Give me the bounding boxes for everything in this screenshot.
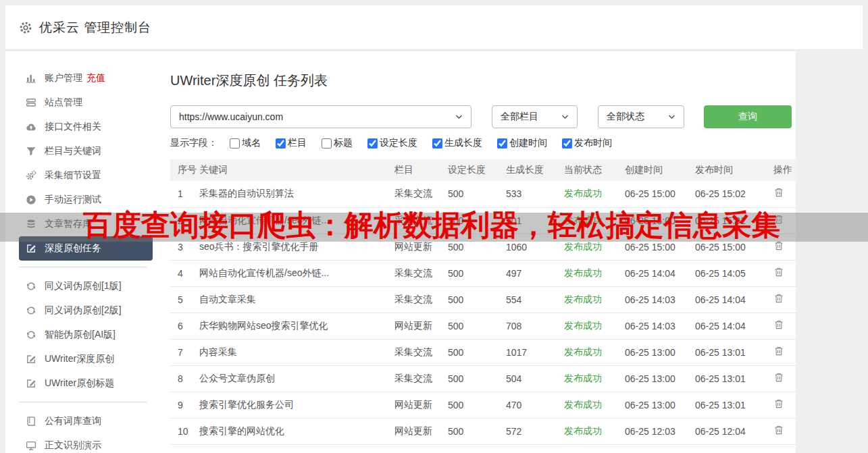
field-checkbox-0[interactable]: 域名: [230, 137, 261, 149]
sidebar-item-manual-test[interactable]: 手动运行测试: [19, 188, 153, 212]
delete-button[interactable]: [773, 240, 787, 254]
sidebar-item-synonym-v1[interactable]: 同义词伪原创[1版]: [19, 274, 153, 298]
trash-icon: [773, 187, 784, 198]
sidebar-item-label: 站点管理: [45, 97, 82, 109]
cell-gen_len: 1060: [506, 234, 564, 260]
refresh-icon: [26, 305, 36, 316]
sidebar-item-label: UWriter原创标题: [45, 377, 114, 390]
field-checkbox-input-0[interactable]: [230, 138, 240, 149]
sidebar-item-account[interactable]: 账户管理 充值: [19, 66, 153, 90]
cell-seq: 5: [170, 286, 199, 313]
sidebar-item-label: 手动运行测试: [45, 194, 101, 206]
sidebar-item-label: 文章暂存库: [45, 218, 92, 230]
refresh-icon: [26, 281, 36, 292]
sidebar-item-columns-keywords[interactable]: 栏目与关键词: [19, 139, 153, 163]
cell-seq: 9: [170, 392, 199, 418]
chevron-down-icon: [455, 114, 463, 119]
cell-column: 采集交流: [394, 339, 448, 365]
field-checkbox-input-2[interactable]: [322, 138, 332, 149]
field-checkbox-input-6[interactable]: [562, 138, 572, 149]
sidebar-item-label: 采集细节设置: [45, 169, 101, 182]
cell-gen_len: 470: [506, 392, 564, 418]
column-header: 发布时间: [695, 159, 773, 181]
cell-status: 发布成功: [564, 339, 625, 365]
field-checkbox-input-1[interactable]: [276, 138, 286, 149]
cell-created: 06-25 15:00: [625, 181, 695, 207]
cell-column: 采集交流: [394, 260, 448, 286]
cell-column: 采集交流: [394, 181, 448, 207]
cell-keyword: 庆华购物网站seo搜索引擎优化: [199, 313, 394, 339]
sidebar-item-label: 接口文件相关: [45, 121, 101, 133]
sidebar-item-label: 深度原创任务: [45, 242, 101, 255]
sidebar-item-interface-files[interactable]: 接口文件相关: [19, 115, 153, 139]
sidebar-item-sites[interactable]: 站点管理: [19, 90, 153, 115]
cell-published: 06-25 14:04: [695, 313, 773, 339]
cell-status: 发布成功: [564, 207, 625, 234]
delete-button[interactable]: [773, 319, 787, 333]
cell-status: 发布成功: [564, 181, 625, 207]
cell-published: 06-25 13:01: [695, 365, 773, 392]
field-checkbox-5[interactable]: 创建时间: [497, 137, 547, 149]
field-checkbox-label: 发布时间: [574, 137, 612, 149]
table-row: 6庆华购物网站seo搜索引擎优化网站更新500708发布成功06-25 14:0…: [170, 313, 797, 339]
cell-created: 06-25 13:00: [625, 365, 695, 392]
delete-button[interactable]: [773, 267, 787, 280]
field-checkbox-3[interactable]: 设定长度: [367, 137, 417, 149]
field-checkbox-label: 标题: [334, 137, 353, 149]
sidebar-item-article-buffer[interactable]: 文章暂存库: [19, 212, 153, 236]
trash-icon: [773, 267, 784, 277]
field-checkbox-4[interactable]: 生成长度: [432, 137, 482, 149]
delete-button[interactable]: [773, 425, 787, 438]
sidebar-item-ai-rewrite[interactable]: 智能伪原创[AI版]: [19, 323, 153, 347]
field-checkbox-input-4[interactable]: [432, 138, 442, 149]
field-checkbox-1[interactable]: 栏目: [276, 137, 307, 149]
cell-created: 06-25 13:00: [625, 339, 695, 365]
status-select[interactable]: 全部状态: [598, 105, 684, 128]
cell-status: 发布成功: [564, 260, 625, 286]
field-checkbox-input-5[interactable]: [497, 138, 507, 149]
column-header: 当前状态: [564, 159, 625, 181]
cell-keyword: 搜索引擎的网站优化: [199, 418, 394, 444]
sidebar-item-public-lexicon[interactable]: 公有词库查询: [19, 409, 153, 433]
cell-column: 网站更新: [394, 234, 448, 260]
delete-button[interactable]: [773, 187, 787, 201]
field-checkbox-label: 设定长度: [380, 137, 417, 149]
sidebar-item-synonym-v2[interactable]: 同义词伪原创[2版]: [19, 298, 153, 323]
sidebar-item-uwriter-deep[interactable]: UWriter深度原创: [19, 347, 153, 371]
monitor-icon: [26, 440, 36, 451]
site-select[interactable]: https://www.ucaiyun.com: [170, 105, 471, 128]
sidebar-item-collect-settings[interactable]: 采集细节设置: [19, 163, 153, 188]
sidebar-divider: [19, 267, 147, 267]
recharge-link[interactable]: 充值: [86, 72, 105, 84]
bar-chart-icon: [26, 73, 36, 84]
cell-set_len: 500: [448, 207, 506, 234]
delete-button[interactable]: [773, 214, 787, 228]
cell-keyword: 网站自动化宣传机器/seo外链...: [199, 260, 394, 286]
table-row: 5自动文章采集采集交流500554发布成功06-25 14:0306-25 14…: [170, 286, 797, 313]
field-checkbox-6[interactable]: 发布时间: [562, 137, 612, 149]
edit-icon: [26, 243, 36, 254]
sidebar-item-deep-original-tasks[interactable]: 深度原创任务: [19, 236, 153, 261]
cell-created: 06-25 14:04: [625, 260, 695, 286]
display-fields-row: 显示字段： 域名栏目标题设定长度生成长度创建时间发布时间: [170, 137, 627, 149]
display-fields-label: 显示字段：: [170, 137, 218, 149]
delete-button[interactable]: [773, 346, 787, 359]
cell-actions: [773, 339, 797, 365]
sidebar: 账户管理 充值 站点管理 接口文件相关 栏目与关键词 采集细节设置 手动运: [5, 51, 169, 453]
field-checkbox-input-3[interactable]: [367, 138, 378, 149]
query-button[interactable]: 查询: [704, 105, 792, 128]
field-checkbox-2[interactable]: 标题: [322, 137, 353, 149]
cell-status: 发布成功: [564, 365, 625, 392]
delete-button[interactable]: [773, 398, 787, 412]
sidebar-item-uwriter-title[interactable]: UWriter原创标题: [19, 371, 153, 396]
sidebar-item-content-recognition[interactable]: 正文识别演示: [19, 433, 153, 453]
cell-published: 06-25 12:04: [695, 418, 773, 444]
cell-created: 06-25 15:00: [625, 207, 695, 234]
cell-status: 发布成功: [564, 418, 625, 444]
delete-button[interactable]: [773, 372, 787, 385]
cell-actions: [773, 365, 797, 392]
column-select[interactable]: 全部栏目: [492, 105, 578, 128]
delete-button[interactable]: [773, 293, 787, 307]
cell-keyword: 自动文章采集: [199, 286, 394, 313]
column-header: 操作: [773, 159, 797, 181]
